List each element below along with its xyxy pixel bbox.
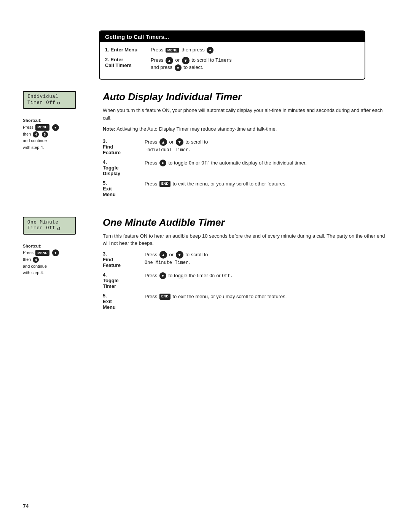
shortcut-ok-btn: ●	[52, 124, 59, 131]
one-minute-step-4-action: Press ● to toggle the timer On or Off.	[145, 272, 388, 280]
on-text-4: On	[189, 161, 194, 166]
auto-step-5: 5. Exit Menu Press END to exit the menu,…	[103, 180, 388, 197]
one-minute-step-4-number: 4.	[103, 272, 107, 278]
end-btn-om-5: END	[159, 294, 170, 300]
step-1-number: 1.	[105, 47, 110, 53]
one-minute-section: One Minute Timer Off ↺ Shortcut: Press M…	[23, 217, 388, 314]
one-minute-shortcut-desc: Press MENU ● then 4 and continuewith ste…	[23, 249, 95, 276]
one-minute-step-5-action: Press END to exit the menu, or you may s…	[145, 293, 388, 300]
call-timers-body: 1. Enter Menu Press MENU then press ●. 2…	[100, 42, 365, 79]
one-minute-step-4-toggle: Toggle	[103, 278, 145, 283]
section-divider	[23, 209, 388, 209]
one-minute-step-3-action: Press ▲ or ▼ to scroll to One Minute Tim…	[145, 251, 388, 267]
ok-btn-om-4: ●	[159, 272, 166, 279]
auto-step-3-action: Press ▲ or ▼ to scroll to Individual Tim…	[145, 138, 388, 154]
auto-step-4-name-toggle: Toggle	[103, 165, 145, 171]
ok-btn-4: ●	[159, 160, 166, 166]
step-2-desc: Press ▲ or ▼ to scroll to Timers and pre…	[151, 57, 359, 71]
auto-step-3-name-find: Find	[103, 144, 145, 150]
down-button-icon: ▼	[182, 57, 190, 64]
step-1-name: Enter Menu	[110, 47, 137, 53]
lcd-line1: Individual	[27, 94, 72, 99]
call-timers-header: Getting to Call Timers...	[100, 31, 365, 42]
one-minute-title: One Minute Audible Timer	[103, 217, 388, 228]
auto-step-4-action: Press ● to toggle On or Off the automati…	[145, 159, 388, 167]
one-minute-shortcut-title: Shortcut:	[23, 243, 95, 250]
end-btn-5: END	[159, 181, 170, 187]
auto-step-4-name-display: Display	[103, 171, 145, 176]
auto-display-title: Auto Display Individual Timer	[103, 91, 388, 103]
one-minute-step-3-feature: Feature	[103, 262, 145, 268]
ok-button-icon: ●	[207, 47, 213, 54]
menu-button-icon: MENU	[166, 48, 180, 53]
step-1-desc: Press MENU then press ●.	[151, 47, 359, 54]
one-minute-steps: 3. Find Feature Press ▲ or ▼ to scroll t…	[103, 251, 388, 310]
auto-step-3-number: 3.	[103, 138, 107, 144]
shortcut-8-btn: 8	[42, 131, 48, 137]
auto-display-intro: When you turn this feature ON, your phon…	[103, 107, 388, 121]
one-minute-ok-btn: ●	[52, 249, 59, 256]
call-timers-box: Getting to Call Timers... 1. Enter Menu …	[99, 30, 365, 80]
auto-display-content: Auto Display Individual Timer When you t…	[99, 91, 388, 201]
auto-step-5-name-exit: Exit	[103, 186, 145, 192]
ok-button-icon-2: ●	[175, 64, 182, 71]
on-text-om: On	[209, 273, 215, 279]
individual-timer-text: Individual Timer.	[145, 147, 191, 153]
auto-step-4: 4. Toggle Display Press ● to toggle On o…	[103, 159, 388, 176]
step-2-number: 2.	[105, 57, 110, 62]
one-minute-step-3-label: 3. Find Feature	[103, 251, 145, 268]
down-btn-3: ▼	[176, 138, 183, 146]
one-minute-step-5-menu: Menu	[103, 304, 145, 310]
one-minute-lcd-line1: One Minute	[27, 220, 72, 225]
auto-display-lcd: Individual Timer Off ↺	[23, 91, 76, 109]
down-btn-om-3: ▼	[176, 251, 183, 259]
one-minute-step-3-find: Find	[103, 257, 145, 262]
up-button-icon: ▲	[166, 57, 173, 64]
shortcut-title: Shortcut:	[23, 117, 95, 124]
step-2-row: 2. EnterCall Timers Press ▲ or ▼ to scro…	[105, 57, 359, 71]
up-btn-3: ▲	[159, 138, 167, 146]
step-1-label: 1. Enter Menu	[105, 47, 151, 53]
one-minute-step-3-number: 3.	[103, 251, 107, 257]
auto-step-4-number: 4.	[103, 159, 107, 165]
one-minute-sidebar: One Minute Timer Off ↺ Shortcut: Press M…	[23, 217, 99, 276]
shortcut-menu-btn: MENU	[35, 124, 49, 130]
one-minute-step-4-label: 4. Toggle Timer	[103, 272, 145, 289]
page-number: 74	[23, 503, 29, 509]
page: Getting to Call Timers... 1. Enter Menu …	[0, 0, 411, 532]
auto-display-shortcut: Shortcut: Press MENU ● then 4 8 and cont…	[23, 117, 95, 151]
one-minute-step-5-number: 5.	[103, 293, 107, 299]
shortcut-4-btn: 4	[33, 131, 39, 137]
auto-display-section: Individual Timer Off ↺ Shortcut: Press M…	[23, 91, 388, 201]
note-bold: Note:	[103, 126, 115, 132]
note-text: Activating the Auto Display Timer may re…	[116, 126, 277, 132]
one-minute-shortcut: Shortcut: Press MENU ● then 4 and contin…	[23, 243, 95, 276]
step-1-row: 1. Enter Menu Press MENU then press ●.	[105, 47, 359, 54]
one-minute-step-4-timer: Timer	[103, 283, 145, 289]
one-minute-step-3: 3. Find Feature Press ▲ or ▼ to scroll t…	[103, 251, 388, 268]
one-minute-lcd-line2-text: Timer Off	[27, 225, 56, 231]
one-minute-step-4: 4. Toggle Timer Press ● to toggle the ti…	[103, 272, 388, 289]
one-minute-step-5-label: 5. Exit Menu	[103, 293, 145, 310]
auto-display-steps: 3. Find Feature Press ▲ or ▼ to scroll t…	[103, 138, 388, 197]
step-2-label: 2. EnterCall Timers	[105, 57, 151, 68]
one-minute-step-5-exit: Exit	[103, 299, 145, 304]
one-minute-lcd: One Minute Timer Off ↺	[23, 217, 76, 235]
scroll-target: Timers	[215, 58, 232, 63]
auto-step-5-name-menu: Menu	[103, 192, 145, 197]
off-text-om: Off.	[222, 273, 233, 279]
one-minute-lcd-refresh-icon: ↺	[57, 225, 61, 232]
auto-step-5-number: 5.	[103, 180, 107, 186]
one-minute-menu-btn: MENU	[35, 250, 49, 256]
auto-display-sidebar: Individual Timer Off ↺ Shortcut: Press M…	[23, 91, 99, 151]
auto-step-3-name-feature: Feature	[103, 150, 145, 155]
one-minute-intro: Turn this feature ON to hear an audible …	[103, 232, 388, 247]
auto-step-3: 3. Find Feature Press ▲ or ▼ to scroll t…	[103, 138, 388, 155]
off-text-4: Off	[201, 161, 210, 166]
one-minute-content: One Minute Audible Timer Turn this featu…	[99, 217, 388, 314]
auto-step-4-label: 4. Toggle Display	[103, 159, 145, 176]
auto-step-5-label: 5. Exit Menu	[103, 180, 145, 197]
one-minute-step-5: 5. Exit Menu Press END to exit the menu,…	[103, 293, 388, 310]
lcd-refresh-icon: ↺	[57, 99, 61, 106]
one-minute-timer-text: One Minute Timer.	[145, 260, 191, 265]
